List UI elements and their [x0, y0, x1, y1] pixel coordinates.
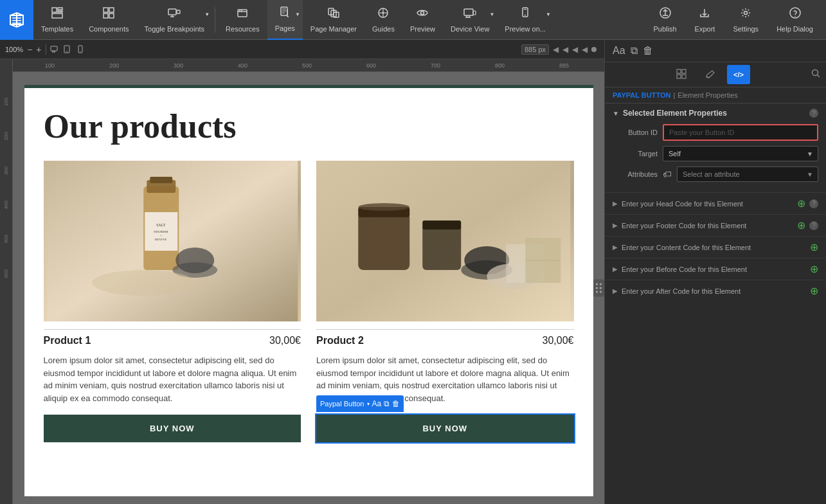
code-after-add-button[interactable]: ⊕ [810, 285, 818, 297]
code-footer-help-icon[interactable]: ? [809, 221, 818, 230]
svg-rect-1 [58, 8, 62, 10]
props-title: ▼ Selected Element Properties [613, 109, 727, 118]
panel-delete-icon[interactable]: 🗑 [643, 45, 653, 57]
toolbar-item-preview[interactable]: Preview [402, 0, 443, 40]
toolbar-item-device-view[interactable]: Device View ▼ [443, 0, 497, 40]
settings-icon [739, 6, 752, 22]
code-section-head-row[interactable]: ▶ Enter your Head Code for this Element … [605, 193, 826, 214]
code-before-add-button[interactable]: ⊕ [810, 263, 818, 275]
resources-icon [236, 6, 249, 22]
toolbar-item-export[interactable]: Export [687, 0, 723, 40]
paypal-toolbar-text-icon[interactable]: Aa [372, 399, 382, 408]
desktop-icon[interactable] [50, 45, 59, 54]
ruler-row: 100 200 300 400 500 600 700 800 885 [0, 59, 604, 72]
paypal-toolbar-delete-icon[interactable]: 🗑 [392, 399, 400, 408]
toolbar-item-preview-on[interactable]: Preview on... ▼ [497, 0, 553, 40]
panel-copy-icon[interactable]: ⧉ [631, 45, 638, 57]
page-manager-icon [327, 6, 340, 22]
toolbar-item-templates[interactable]: Templates [33, 0, 81, 40]
panel-icon-group-left: Aa ⧉ 🗑 [613, 45, 653, 57]
product-1-price: 30,00€ [269, 335, 301, 346]
props-help-icon[interactable]: ? [809, 109, 818, 118]
ruler-v-mark: 300 [3, 166, 9, 175]
product-1-buy-button[interactable]: BUY NOW [44, 415, 301, 442]
target-row: Target Self _blank _parent _top ▼ [613, 146, 818, 161]
code-section-after-row[interactable]: ▶ Enter your After Code for this Element… [605, 280, 826, 302]
paypal-toolbar-arrow-icon[interactable]: ▾ [367, 401, 370, 407]
tab-code[interactable]: </> [727, 65, 750, 84]
tab-grid[interactable] [670, 65, 694, 84]
panel-search-icon[interactable] [811, 68, 821, 81]
svg-rect-2 [58, 11, 62, 12]
panel-top-icons: Aa ⧉ 🗑 [605, 40, 826, 62]
code-section-content: ▶ Enter your Content Code for this Eleme… [605, 236, 826, 258]
svg-point-25 [421, 12, 424, 15]
button-id-label: Button ID [613, 129, 658, 136]
svg-rect-9 [177, 10, 180, 14]
paypal-button-wrapper: Paypal Button ▾ Aa ⧉ 🗑 BUY NOW [316, 415, 574, 442]
logo-icon [7, 10, 26, 30]
code-section-before: ▶ Enter your Before Code for this Elemen… [605, 258, 826, 280]
nav-center-button[interactable]: ◀ [562, 45, 568, 54]
canvas-grip-handle[interactable] [593, 280, 604, 297]
ruler-v-mark: 100 [3, 98, 9, 106]
grip-dot [600, 287, 602, 289]
code-section-content-row[interactable]: ▶ Enter your Content Code for this Eleme… [605, 237, 826, 258]
toolbar-item-pages[interactable]: Pages ▼ [267, 0, 303, 40]
toolbar-item-publish[interactable]: Publish [646, 0, 685, 40]
svg-rect-7 [109, 14, 114, 18]
toolbar-item-help[interactable]: Help Dialog [769, 0, 821, 40]
toolbar-item-resources[interactable]: Resources [218, 0, 267, 40]
svg-rect-75 [677, 75, 681, 78]
canvas-page: Our products [24, 85, 593, 496]
components-icon [102, 6, 115, 22]
code-before-arrow-icon: ▶ [613, 266, 618, 273]
export-label: Export [695, 25, 715, 33]
svg-text:REVIVE: REVIVE [155, 238, 166, 241]
toolbar-item-page-manager[interactable]: Page Manager [303, 0, 364, 40]
product-1-name: Product 1 [44, 335, 91, 346]
attributes-select[interactable]: Select an attribute [677, 166, 818, 182]
code-content-add-button[interactable]: ⊕ [810, 241, 818, 253]
zoom-out-button[interactable]: − [27, 44, 32, 55]
code-sections: ▶ Enter your Head Code for this Element … [605, 192, 826, 302]
canvas-scroll[interactable]: Our products [13, 72, 604, 504]
nav-left-button[interactable]: ◀ [553, 45, 559, 54]
target-select[interactable]: Self _blank _parent _top [663, 146, 818, 161]
code-head-help-icon[interactable]: ? [809, 199, 818, 208]
toolbar-item-components[interactable]: Components [81, 0, 136, 40]
mobile-icon[interactable] [76, 45, 85, 54]
nav-far-right-button[interactable]: ◀ [582, 45, 588, 54]
panel-tabs: </> [610, 65, 811, 84]
svg-rect-73 [677, 69, 681, 73]
code-footer-add-button[interactable]: ⊕ [797, 219, 805, 231]
preview-on-label: Preview on... [505, 25, 546, 33]
tablet-icon[interactable] [63, 45, 72, 54]
svg-rect-66 [422, 221, 461, 230]
svg-rect-65 [422, 225, 461, 270]
button-id-input[interactable] [663, 124, 818, 141]
svg-text:NOURISH: NOURISH [154, 230, 168, 233]
panel-text-style-icon[interactable]: Aa [613, 45, 625, 57]
paypal-toolbar-duplicate-icon[interactable]: ⧉ [384, 399, 390, 408]
product-2-buy-button[interactable]: BUY NOW [316, 415, 574, 442]
ruler-mark: 400 [238, 62, 247, 69]
toolbar-item-guides[interactable]: Guides [364, 0, 402, 40]
toolbar-item-settings[interactable]: Settings [725, 0, 766, 40]
toolbar-item-breakpoints[interactable]: Toggle Breakpoints ▼ [137, 0, 213, 40]
tab-edit[interactable] [699, 65, 722, 84]
logo[interactable] [0, 0, 33, 40]
code-section-before-row[interactable]: ▶ Enter your Before Code for this Elemen… [605, 258, 826, 280]
ruler-mark: 885 [559, 62, 569, 69]
canvas-area: 100% − + 885 px ◀ ◀ ◀ [0, 40, 604, 504]
zoom-in-button[interactable]: + [36, 44, 41, 55]
pin-icon[interactable]: 🏷 [663, 169, 672, 179]
code-head-add-button[interactable]: ⊕ [797, 197, 805, 210]
nav-right-button[interactable]: ◀ [572, 45, 578, 54]
main-area: 100% − + 885 px ◀ ◀ ◀ [0, 40, 826, 504]
panel-tabs-row: </> [605, 62, 826, 87]
code-after-label: Enter your After Code for this Element [622, 287, 806, 295]
element-label-bar: PAYPAL BUTTON | Element Properties [605, 87, 826, 104]
props-collapse-button[interactable]: ▼ [613, 110, 619, 117]
code-section-footer-row[interactable]: ▶ Enter your Footer Code for this Elemen… [605, 215, 826, 236]
